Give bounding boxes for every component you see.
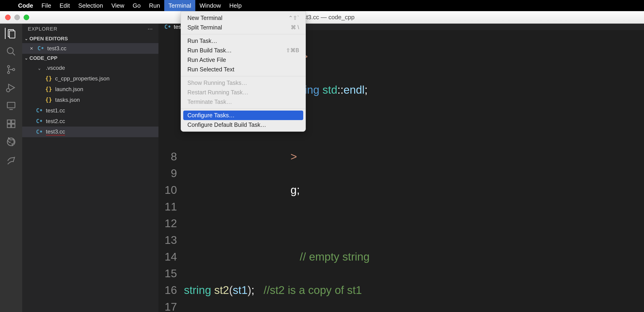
app-menu[interactable]: Code [14,0,37,11]
line-number: 11 [158,198,177,215]
chevron-down-icon: ⌄ [24,36,28,41]
svg-point-4 [8,66,10,68]
close-icon[interactable]: × [29,45,34,52]
explorer-icon[interactable] [5,28,17,39]
menu-terminate-task: Terminate Task… [181,97,306,107]
svg-rect-9 [8,102,15,108]
file-test1[interactable]: C• test1.cc [22,105,158,116]
json-file-icon: {} [46,86,52,93]
share-icon[interactable] [6,154,17,165]
file-test2[interactable]: C• test2.cc [22,116,158,127]
svg-line-3 [12,53,15,55]
line-number: 14 [158,248,177,265]
line-number: 13 [158,232,177,248]
window-titlebar: C test3.cc — code_cpp [0,11,644,24]
cpp-file-icon: C• [36,129,42,135]
chevron-down-icon: ⌄ [24,56,28,61]
menu-restart-running-task: Restart Running Task… [181,88,306,97]
menu-run[interactable]: Run [145,0,164,11]
menu-separator [181,109,306,109]
line-number: 12 [158,215,177,232]
menu-window[interactable]: Window [195,0,225,11]
menu-help[interactable]: Help [225,0,246,11]
menu-terminal[interactable]: Terminal [164,0,195,11]
line-number: 8 [158,148,177,165]
cpp-file-icon: C• [36,107,42,114]
folder-section[interactable]: ⌄ CODE_CPP [22,54,158,63]
menu-show-running-tasks: Show Running Tasks… [181,78,306,88]
svg-rect-12 [12,120,15,124]
activity-bar [0,24,22,312]
line-number [158,132,177,148]
file-test3[interactable]: C• test3.cc [22,127,158,137]
menu-separator [181,34,306,34]
json-file-icon: {} [46,75,52,82]
svg-point-6 [12,68,14,71]
line-number: 9 [158,165,177,182]
file-tasks-json[interactable]: {} tasks.json [22,95,158,105]
run-debug-icon[interactable] [6,82,17,93]
minimize-window-button[interactable] [14,15,20,20]
menu-run-active-file[interactable]: Run Active File [181,55,306,65]
traffic-lights [0,15,29,20]
svg-rect-14 [12,124,15,128]
file-ccpp-properties[interactable]: {} c_cpp_properties.json [22,73,158,84]
search-icon[interactable] [6,46,17,57]
menu-run-selected-text[interactable]: Run Selected Text [181,65,306,74]
extensions-icon[interactable] [6,118,17,129]
menu-view[interactable]: View [107,0,128,11]
menu-go[interactable]: Go [128,0,145,11]
line-number: 10 [158,182,177,198]
tab-label: tes [174,24,181,30]
gutter: 8 9 10 11 12 13 14 15 16 17 [158,32,184,312]
svg-rect-11 [8,120,11,124]
line-number: 15 [158,265,177,282]
menu-separator [181,76,306,76]
sidebar-title: EXPLORER ⋯ [22,24,158,34]
json-file-icon: {} [46,97,52,103]
macos-menubar: Code File Edit Selection View Go Run Ter… [0,0,644,11]
cpp-file-icon: C• [164,24,171,30]
menu-new-terminal[interactable]: New Terminal⌃⇧` [181,13,306,23]
menu-run-task[interactable]: Run Task… [181,36,306,46]
source-control-icon[interactable] [6,64,17,75]
menu-file[interactable]: File [37,0,55,11]
menu-configure-tasks[interactable]: Configure Tasks… [183,111,303,120]
svg-rect-13 [8,124,11,128]
explorer-sidebar: EXPLORER ⋯ ⌄ OPEN EDITORS × C• test3.cc … [22,24,158,312]
menu-configure-default-build-task[interactable]: Configure Default Build Task… [181,120,306,130]
svg-point-2 [8,48,14,54]
menu-run-build-task[interactable]: Run Build Task…⇧⌘B [181,46,306,55]
open-editor-item[interactable]: × C• test3.cc [22,43,158,54]
open-editors-section[interactable]: ⌄ OPEN EDITORS [22,34,158,43]
terminal-menu-dropdown: New Terminal⌃⇧` Split Terminal⌘ \ Run Ta… [181,11,306,132]
file-launch-json[interactable]: {} launch.json [22,84,158,95]
cpp-file-icon: C• [38,45,44,52]
folder-vscode[interactable]: ⌄ .vscode [22,63,158,73]
cpp-file-icon: C• [36,118,42,125]
line-number: 16 [158,282,177,298]
more-icon[interactable]: ⋯ [148,26,153,32]
line-number: 17 [158,298,177,312]
close-window-button[interactable] [5,15,11,20]
menu-split-terminal[interactable]: Split Terminal⌘ \ [181,23,306,32]
remote-explorer-icon[interactable] [6,100,17,111]
chevron-down-icon: ⌄ [36,66,42,71]
github-icon[interactable] [6,136,17,147]
menu-selection[interactable]: Selection [74,0,107,11]
svg-point-5 [8,71,10,74]
menu-edit[interactable]: Edit [55,0,74,11]
zoom-window-button[interactable] [24,15,29,20]
svg-rect-1 [9,31,15,38]
svg-point-8 [6,89,10,92]
